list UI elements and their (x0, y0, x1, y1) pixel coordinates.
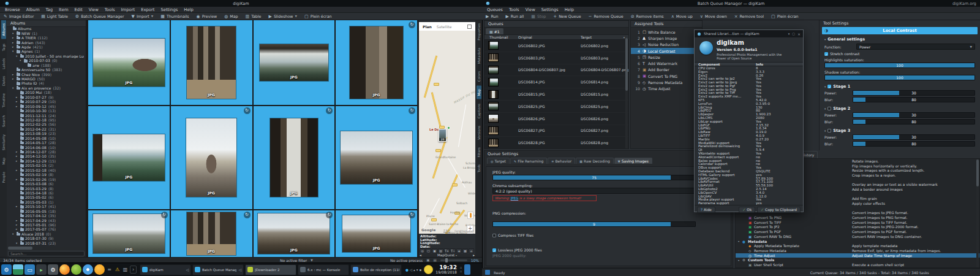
album-tree-item[interactable]: ▾ 2018-07-31 (23) (7, 241, 84, 245)
photo-thumbnail-cell[interactable]: JPG ↻ (254, 106, 335, 209)
menu-item[interactable]: Queues (484, 7, 506, 13)
settings-gear-icon[interactable]: ⚙ (48, 264, 58, 275)
menu-list-icon[interactable]: ≡ (106, 266, 113, 274)
settings-tab[interactable]: ≡ Behavior (548, 158, 575, 164)
toolbar-button[interactable]: ◍ Map ▼ (221, 13, 241, 20)
assigned-tool-row[interactable]: 6 T Add Watermark (631, 60, 702, 66)
stage-checkbox[interactable] (827, 85, 831, 88)
toolbar-button[interactable]: ∨ Move down (696, 13, 731, 20)
album-tree-item[interactable]: ▸ 2017-05-01 (96) (7, 223, 84, 227)
settings-tab[interactable]: ◎ Target (487, 158, 510, 164)
settings-tab[interactable]: ▼ Saving Images (614, 158, 652, 164)
album-tree-item[interactable]: 2015-03-29 (8) (7, 186, 84, 190)
toolbar-button[interactable]: − Remove Queue (585, 13, 627, 20)
jpeg-wiki-link[interactable]: JPEG (511, 196, 518, 200)
menu-item[interactable]: Tools (102, 7, 118, 13)
queue-item-row[interactable]: DSC06815.JPG DSC06815.png (484, 88, 628, 101)
expander-icon[interactable]: ▸ (16, 105, 19, 108)
base-tool-row[interactable]: ▾ ⚙ Custom Tools (736, 258, 979, 263)
photo-thumbnail-cell[interactable]: JPG ↻ (88, 106, 170, 209)
photo-thumbnail-cell[interactable]: JPG ↻ (88, 20, 170, 105)
album-tree-item[interactable]: 2017-04-12 (35) (7, 213, 84, 218)
expander-icon[interactable]: ▸ (12, 73, 15, 76)
stage-section-header[interactable]: ▾ Stage 2 (824, 106, 975, 111)
blur-slider[interactable]: 80 (853, 97, 975, 102)
album-tree-item[interactable]: 2015-05-03 (1) (7, 200, 84, 204)
map-fullscreen-icon[interactable] (467, 25, 472, 29)
toolbar-button[interactable]: ▶ Run (482, 13, 502, 20)
warning-icon[interactable]: ⚠ (114, 266, 121, 274)
assigned-tool-row[interactable]: 8 ▣ Convert To PNG (631, 73, 702, 79)
base-tool-row[interactable]: ▣ Convert To PGF Convert images to PGF f… (736, 229, 979, 234)
album-tree-item[interactable]: ▸ 2015-10-17 (41) (7, 204, 84, 209)
menu-item[interactable]: Export (138, 7, 157, 13)
power-slider[interactable]: 30 (853, 112, 975, 118)
expander-icon[interactable]: ▸ (16, 150, 19, 153)
photo-cluster-marker[interactable]: 28 (439, 129, 447, 142)
expander-icon[interactable]: ▸ (16, 169, 19, 172)
lock-widget-icons[interactable]: ▫▫ (460, 266, 462, 273)
digital-clock[interactable]: 19:32 19/08/2018 (435, 265, 457, 274)
album-tree-item[interactable]: 2014-05-17 (28) (7, 140, 84, 145)
assigned-tool-row[interactable]: 1 ▢ White Balance (631, 29, 702, 35)
expander-icon[interactable]: ▸ (16, 178, 19, 181)
album-tree-item[interactable]: ▸ A TRIER (112) (7, 36, 84, 40)
assigned-tool-row[interactable]: 3 ◁ Noise Reduction (631, 42, 702, 48)
sidebar-tab[interactable]: Tools (477, 161, 481, 176)
sidebar-tab[interactable]: Tags (1, 40, 6, 54)
map-zoom-out-button[interactable]: − (467, 232, 473, 234)
album-tree-item[interactable]: 2010-10-30 (13) (7, 109, 84, 113)
sidebar-tab[interactable]: Map (477, 86, 481, 99)
album-tree-item[interactable]: 2015-04-18 (6) (7, 191, 84, 195)
assigned-tool-row[interactable]: 2 ▲ Sharpen Image (631, 35, 702, 41)
menu-item[interactable]: View (522, 7, 538, 13)
pegman-icon[interactable] (467, 212, 473, 219)
toolbar-button[interactable]: ▼ Import ▼ (128, 13, 157, 20)
component-row[interactable]: Panorama support yes (695, 201, 803, 205)
taskbar-task-button[interactable]: JDownloader 2 ◁ (245, 264, 296, 275)
toolbar-button[interactable]: ⊘ Remove items (627, 13, 668, 20)
album-search-input[interactable] (8, 251, 85, 256)
album-tree-item[interactable]: 2015-05-02 (6) (7, 195, 84, 199)
toolbar-button[interactable]: ▤ Light Table ▼ (37, 13, 72, 20)
album-tree-item[interactable]: ▸ MARGO (50) (7, 77, 84, 81)
expander-icon[interactable]: ▸ (16, 155, 19, 158)
toolbar-button[interactable]: ▢ Plein écran (767, 13, 802, 20)
toolbar-button[interactable]: ∧ Move up (668, 13, 696, 20)
queue-item-row[interactable]: DSC06802.JPG DSC06802.png (484, 40, 628, 52)
base-tool-row[interactable]: ▣ Convert To PNG Convert images to PNG f… (736, 215, 979, 220)
sidebar-tab[interactable]: Similarity (1, 131, 6, 153)
menu-item[interactable]: Tools (506, 7, 522, 13)
toolbar-button[interactable]: ▢ Plein écran ▼ (301, 13, 336, 20)
map-tool-button[interactable]: ▢ (426, 248, 431, 253)
power-slider[interactable]: 30 (853, 90, 975, 96)
menu-item[interactable]: Import (118, 7, 138, 13)
queue-item-row[interactable]: DSC06827.JPG DSC06827.png (484, 125, 628, 137)
expander-icon[interactable]: ▸ (12, 77, 15, 80)
compress-tiff-checkbox[interactable] (492, 234, 496, 237)
album-tree-item[interactable]: 2012-04-22 (31) (7, 127, 84, 131)
map-tool-button[interactable]: ▣ (432, 248, 437, 253)
expander-icon[interactable]: ▸ (16, 205, 19, 208)
assigned-tool-row[interactable]: 5 ◳ Resize (631, 54, 702, 60)
map-tab-plan[interactable]: Plan (423, 25, 432, 29)
base-tool-row[interactable]: ◆ Apply Metadata Template Apply template… (736, 243, 979, 248)
photo-thumbnail-cell[interactable]: JPG ↻ (336, 106, 417, 209)
album-tree-item[interactable]: 2014-05-08 (10) (7, 136, 84, 140)
saturation-slider[interactable]: 100 (824, 75, 975, 80)
album-tree-item[interactable]: 2015-03-08 (6) (7, 182, 84, 186)
view-mode-icon[interactable]: ▤ (433, 258, 436, 262)
stage-checkbox[interactable] (827, 107, 831, 110)
sidebar-tab[interactable]: Versions (477, 123, 481, 143)
map-canvas[interactable]: MASSIF DU DONONLe DononGrandfontaineSchi… (419, 31, 475, 234)
ok-button[interactable]: ✓Ok (739, 207, 755, 213)
album-tree-item[interactable]: ▸ 2014-12-10 (35) (7, 154, 84, 158)
album-tree-item[interactable]: 2018-07-30 (9) (7, 236, 84, 240)
album-tree-item[interactable]: ▸ 2014-12-29 (15) (7, 159, 84, 163)
expander-icon[interactable]: ▸ (16, 159, 19, 163)
album-tree-item[interactable]: ▸ 2010-07-29 (10) (7, 99, 84, 104)
rotate-overlay-icon[interactable]: ↻ (161, 212, 168, 218)
albums-hscrollbar[interactable] (8, 247, 84, 250)
menu-item[interactable]: Settings (538, 7, 562, 13)
map-tool-button[interactable]: ▤ (438, 248, 443, 253)
